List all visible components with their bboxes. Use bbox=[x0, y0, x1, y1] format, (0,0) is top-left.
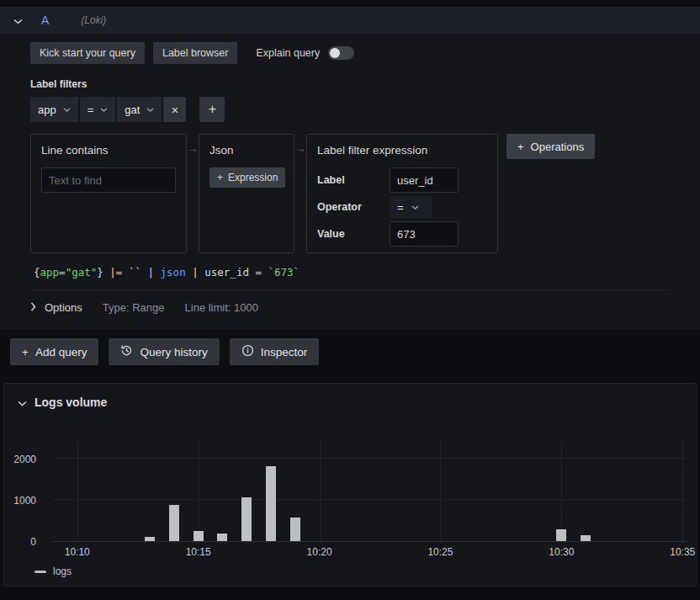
label-field-label: Label bbox=[317, 174, 390, 186]
close-icon: × bbox=[171, 103, 178, 117]
line-contains-input[interactable] bbox=[41, 167, 176, 193]
query-preview-code: {app="gat"} |= `` | json | user_id = `67… bbox=[30, 266, 670, 279]
options-type: Type: Range bbox=[103, 301, 165, 314]
label-value-value: gat bbox=[125, 104, 140, 116]
legend-label: logs bbox=[53, 565, 72, 577]
y-tick-label: 2000 bbox=[13, 454, 36, 465]
horizontal-gridline bbox=[53, 499, 687, 500]
chevron-right-icon[interactable] bbox=[30, 300, 36, 315]
label-key-value: app bbox=[38, 104, 56, 116]
value-field-input[interactable] bbox=[390, 221, 459, 247]
query-row-header[interactable]: A (Loki) bbox=[0, 7, 700, 34]
operation-title: Label filter expression bbox=[317, 144, 487, 157]
label-value-dropdown[interactable]: gat bbox=[117, 97, 162, 122]
volume-bar bbox=[145, 537, 155, 541]
operation-json: Json + Expression bbox=[199, 134, 294, 253]
query-toolbar: Kick start your query Label browser Expl… bbox=[30, 42, 670, 64]
chevron-down-icon[interactable] bbox=[18, 395, 27, 410]
inspector-label: Inspector bbox=[261, 346, 308, 358]
volume-bar bbox=[290, 518, 300, 541]
label-filter-row: app = gat × + bbox=[30, 97, 670, 122]
remove-label-filter-button[interactable]: × bbox=[163, 97, 186, 122]
volume-bar bbox=[194, 531, 204, 541]
plot-wrap: 010002000 bbox=[53, 439, 687, 542]
arrow-right-icon: → bbox=[187, 142, 199, 154]
add-query-button[interactable]: + Add query bbox=[10, 338, 98, 365]
plus-icon: + bbox=[22, 346, 29, 358]
operation-title: Json bbox=[209, 144, 284, 157]
volume-bar bbox=[556, 529, 566, 541]
chart-legend-item[interactable]: logs bbox=[34, 565, 696, 577]
query-token: | user_id = bbox=[186, 266, 268, 279]
plus-icon: + bbox=[217, 172, 223, 183]
add-expression-label: Expression bbox=[228, 172, 278, 183]
x-tick-label: 10:25 bbox=[427, 546, 453, 558]
options-toggle-label[interactable]: Options bbox=[45, 301, 82, 314]
options-line-limit: Line limit: 1000 bbox=[185, 301, 258, 314]
vertical-gridline bbox=[77, 439, 78, 541]
vertical-gridline bbox=[561, 439, 562, 541]
inspector-button[interactable]: Inspector bbox=[230, 338, 320, 365]
add-expression-button[interactable]: + Expression bbox=[209, 167, 285, 188]
volume-bar bbox=[241, 497, 252, 541]
operator-field-select[interactable]: = bbox=[390, 196, 432, 218]
query-token: } |= bbox=[97, 266, 129, 279]
query-history-button[interactable]: Query history bbox=[109, 338, 219, 365]
chevron-down-icon[interactable] bbox=[13, 13, 23, 28]
x-tick-label: 10:20 bbox=[307, 546, 332, 558]
history-icon bbox=[120, 344, 133, 359]
logs-volume-header[interactable]: Logs volume bbox=[4, 384, 696, 410]
volume-bar bbox=[581, 535, 591, 541]
explain-query-label: Explain query bbox=[256, 47, 320, 59]
volume-bar bbox=[169, 505, 179, 541]
chevron-down-icon bbox=[100, 108, 108, 112]
y-axis-labels: 010002000 bbox=[4, 439, 45, 542]
query-history-label: Query history bbox=[140, 346, 207, 358]
query-token: `` | bbox=[129, 266, 161, 279]
horizontal-gridline bbox=[53, 458, 687, 459]
vertical-gridline bbox=[199, 439, 199, 541]
query-token: `673` bbox=[268, 266, 300, 279]
label-filter-expression-fields: Label Operator = Value bbox=[317, 167, 487, 247]
logs-volume-title: Logs volume bbox=[34, 396, 107, 409]
datasource-hint: (Loki) bbox=[81, 14, 106, 26]
label-field-input[interactable] bbox=[390, 167, 459, 193]
arrow-right-icon: → bbox=[294, 142, 306, 154]
kick-start-query-button[interactable]: Kick start your query bbox=[30, 42, 145, 64]
label-operator-dropdown[interactable]: = bbox=[80, 97, 116, 122]
x-tick-label: 10:30 bbox=[549, 546, 574, 558]
vertical-gridline bbox=[320, 439, 321, 541]
info-icon bbox=[241, 344, 254, 359]
operation-label-filter-expression: Label filter expression Label Operator =… bbox=[306, 134, 498, 253]
label-operator-value: = bbox=[88, 104, 94, 116]
label-key-dropdown[interactable]: app bbox=[30, 97, 78, 122]
query-body: Kick start your query Label browser Expl… bbox=[0, 34, 700, 328]
query-token: { bbox=[34, 266, 40, 279]
operations-button-label: Operations bbox=[531, 141, 585, 153]
plus-icon: + bbox=[209, 102, 216, 117]
query-ref-id[interactable]: A bbox=[41, 13, 49, 27]
options-row: Options Type: Range Line limit: 1000 bbox=[30, 289, 670, 328]
add-operations-button[interactable]: + Operations bbox=[506, 134, 595, 159]
label-browser-button[interactable]: Label browser bbox=[153, 42, 238, 64]
logs-volume-panel: Logs volume 010002000 10:1010:1510:2010:… bbox=[3, 383, 697, 587]
plot-area bbox=[53, 439, 687, 542]
label-filters-title: Label filters bbox=[30, 78, 670, 90]
vertical-gridline bbox=[440, 439, 441, 541]
page: A (Loki) Kick start your query Label bro… bbox=[0, 7, 700, 600]
operator-field-value: = bbox=[397, 201, 404, 214]
volume-bar bbox=[217, 534, 227, 541]
operator-field-label: Operator bbox=[317, 201, 390, 213]
volume-bar bbox=[266, 466, 276, 541]
y-tick-label: 1000 bbox=[13, 495, 36, 507]
explain-query-toggle[interactable] bbox=[328, 46, 354, 60]
operation-line-contains: Line contains bbox=[30, 134, 187, 253]
add-label-filter-button[interactable]: + bbox=[199, 97, 225, 122]
x-axis-labels: 10:1010:1510:2010:2510:3010:35 bbox=[53, 546, 687, 560]
chevron-down-icon bbox=[411, 205, 419, 210]
chevron-down-icon bbox=[146, 108, 154, 112]
x-tick-label: 10:10 bbox=[65, 546, 90, 558]
x-tick-label: 10:15 bbox=[186, 546, 211, 558]
y-tick-label: 0 bbox=[30, 536, 36, 548]
x-tick-label: 10:35 bbox=[670, 546, 695, 558]
